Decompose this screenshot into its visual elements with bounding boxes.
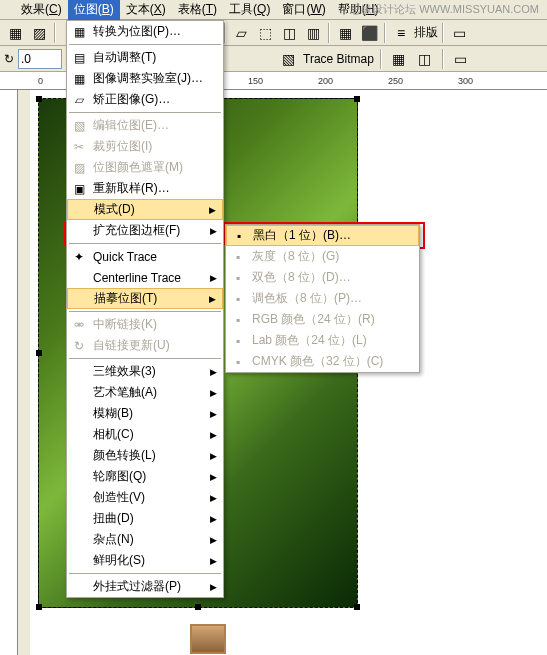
menu-item-14[interactable]: Centerline Trace▶ (67, 267, 223, 288)
tool-btn-9[interactable]: ≡ (390, 22, 412, 44)
menu-item-11[interactable]: 扩充位图边框(F)▶ (67, 220, 223, 241)
menu-item-4[interactable]: ▱矫正图像(G)… (67, 89, 223, 110)
menu-item-17: ⚮中断链接(K) (67, 314, 223, 335)
menu-item-13[interactable]: ✦Quick Trace (67, 246, 223, 267)
menu-bitmap[interactable]: 位图(B) (68, 0, 120, 20)
menu-item-31[interactable]: 外挂式过滤器(P)▶ (67, 576, 223, 597)
menu-effects[interactable]: 效果(C) (15, 0, 68, 20)
menu-window[interactable]: 窗口(W) (276, 0, 331, 20)
menu-table[interactable]: 表格(T) (172, 0, 223, 20)
menu-item-24[interactable]: 颜色转换(L)▶ (67, 445, 223, 466)
handle-bl[interactable] (36, 604, 42, 610)
menu-item-22[interactable]: 模糊(B)▶ (67, 403, 223, 424)
tool-btn-7[interactable]: ▦ (334, 22, 356, 44)
menu-item-0[interactable]: ▦转换为位图(P)… (67, 21, 223, 42)
menu-item-23[interactable]: 相机(C)▶ (67, 424, 223, 445)
menu-item-15[interactable]: 描摹位图(T)▶ (67, 288, 223, 309)
submenu-item-0[interactable]: ▪黑白（1 位）(B)… (226, 225, 419, 246)
layout-label: 排版 (414, 24, 438, 41)
tb2-btn-1[interactable]: ▦ (388, 48, 410, 70)
thumbnail-1[interactable] (190, 624, 226, 654)
menu-item-18: ↻自链接更新(U) (67, 335, 223, 356)
menu-item-6: ▧编辑位图(E)… (67, 115, 223, 136)
mode-submenu: ▪黑白（1 位）(B)…▪灰度（8 位）(G)▪双色（8 位）(D)…▪调色板（… (225, 224, 420, 373)
tb2-btn-3[interactable]: ▭ (450, 48, 472, 70)
edit-bitmap-icon[interactable]: ▧ (277, 48, 299, 70)
menubar: 效果(C) 位图(B) 文本(X) 表格(T) 工具(Q) 窗口(W) 帮助(H… (0, 0, 547, 20)
submenu-item-3: ▪调色板（8 位）(P)… (226, 288, 419, 309)
menu-item-20[interactable]: 三维效果(3)▶ (67, 361, 223, 382)
menu-item-28[interactable]: 杂点(N)▶ (67, 529, 223, 550)
handle-br[interactable] (354, 604, 360, 610)
tool-btn-8[interactable]: ⬛ (358, 22, 380, 44)
menu-item-27[interactable]: 扭曲(D)▶ (67, 508, 223, 529)
menu-item-7: ✂裁剪位图(I) (67, 136, 223, 157)
watermark: 思缘设计论坛 WWW.MISSYUAN.COM (350, 2, 539, 17)
tool-btn-10[interactable]: ▭ (448, 22, 470, 44)
handle-ml[interactable] (36, 350, 42, 356)
trace-bitmap-label[interactable]: Trace Bitmap (303, 52, 374, 66)
tool-btn-4[interactable]: ⬚ (254, 22, 276, 44)
menu-tools[interactable]: 工具(Q) (223, 0, 276, 20)
bitmap-menu: ▦转换为位图(P)…▤自动调整(T)▦图像调整实验室(J)…▱矫正图像(G)…▧… (66, 20, 224, 598)
thumbnail-bar (190, 624, 226, 654)
menu-item-3[interactable]: ▦图像调整实验室(J)… (67, 68, 223, 89)
menu-item-8: ▨位图颜色遮罩(M) (67, 157, 223, 178)
menu-item-29[interactable]: 鲜明化(S)▶ (67, 550, 223, 571)
tool-btn-2[interactable]: ▨ (28, 22, 50, 44)
menu-item-2[interactable]: ▤自动调整(T) (67, 47, 223, 68)
menu-item-26[interactable]: 创造性(V)▶ (67, 487, 223, 508)
submenu-item-6: ▪CMYK 颜色（32 位）(C) (226, 351, 419, 372)
menu-text[interactable]: 文本(X) (120, 0, 172, 20)
tool-btn-1[interactable]: ▦ (4, 22, 26, 44)
menu-item-25[interactable]: 轮廓图(Q)▶ (67, 466, 223, 487)
menu-item-10[interactable]: 模式(D)▶ (67, 199, 223, 220)
tool-btn-3[interactable]: ▱ (230, 22, 252, 44)
submenu-item-4: ▪RGB 颜色（24 位）(R) (226, 309, 419, 330)
handle-tr[interactable] (354, 96, 360, 102)
handle-bm[interactable] (195, 604, 201, 610)
ruler-vertical (0, 90, 18, 655)
submenu-item-1: ▪灰度（8 位）(G) (226, 246, 419, 267)
handle-tl[interactable] (36, 96, 42, 102)
menu-item-9[interactable]: ▣重新取样(R)… (67, 178, 223, 199)
menu-item-21[interactable]: 艺术笔触(A)▶ (67, 382, 223, 403)
submenu-item-2: ▪双色（8 位）(D)… (226, 267, 419, 288)
tool-btn-6[interactable]: ▥ (302, 22, 324, 44)
tool-btn-5[interactable]: ◫ (278, 22, 300, 44)
rotation-icon: ↻ (4, 52, 14, 66)
rotation-input[interactable]: .0 (18, 49, 62, 69)
submenu-item-5: ▪Lab 颜色（24 位）(L) (226, 330, 419, 351)
tb2-btn-2[interactable]: ◫ (414, 48, 436, 70)
